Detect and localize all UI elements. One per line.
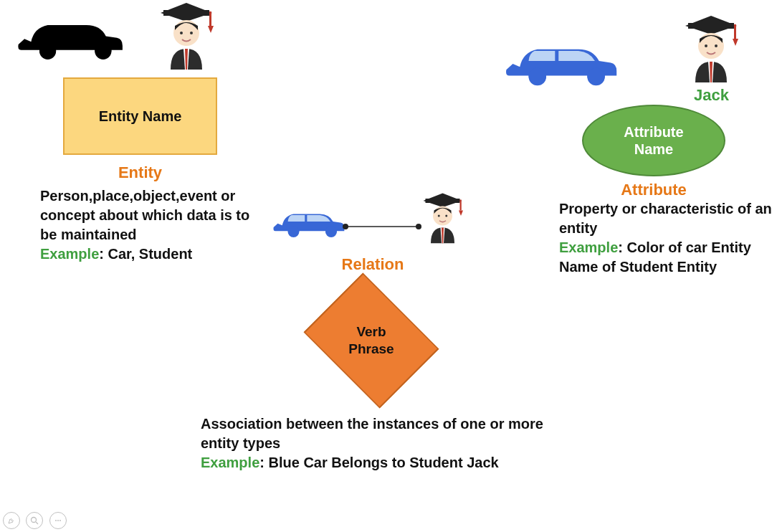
relation-description: Association between the instances of one…	[201, 416, 543, 451]
svg-rect-29	[734, 24, 736, 39]
svg-rect-18	[460, 200, 462, 211]
svg-point-36	[32, 518, 37, 523]
relation-line	[343, 219, 421, 234]
entity-box: Entity Name	[63, 77, 217, 155]
svg-point-14	[343, 224, 348, 229]
svg-point-7	[180, 32, 183, 34]
svg-point-12	[325, 226, 337, 237]
svg-point-25	[529, 68, 547, 86]
svg-point-22	[445, 215, 447, 217]
attribute-description-block: Property or characteristic of an entity …	[559, 199, 774, 277]
svg-point-8	[190, 32, 193, 34]
svg-marker-30	[733, 39, 738, 46]
attribute-description: Property or characteristic of an entity	[559, 201, 772, 236]
attribute-ellipse: Attribute Name	[582, 105, 725, 176]
student-icon-entity	[151, 1, 222, 76]
relation-heading: Relation	[315, 255, 430, 274]
entity-example-label: Example	[40, 246, 99, 262]
entity-description: Person,place,object,event or concept abo…	[40, 188, 249, 242]
svg-point-20	[433, 206, 452, 226]
svg-point-32	[705, 44, 707, 47]
attribute-name-example: Jack	[694, 86, 729, 105]
entity-description-block: Person,place,object,event or concept abo…	[40, 186, 262, 264]
entity-heading: Entity	[63, 163, 217, 182]
relation-example-text: : Blue Car Belongs to Student Jack	[259, 455, 498, 470]
svg-point-26	[587, 68, 605, 86]
svg-marker-19	[459, 211, 463, 217]
more-options-icon[interactable]	[49, 512, 67, 529]
svg-line-37	[36, 522, 38, 524]
car-icon-blue-relation	[271, 199, 346, 247]
svg-rect-4	[209, 11, 211, 26]
pen-tool-icon[interactable]	[3, 512, 20, 529]
relation-example-label: Example	[201, 455, 259, 470]
svg-point-11	[288, 226, 300, 237]
svg-point-0	[39, 43, 56, 60]
svg-point-39	[57, 520, 59, 521]
svg-point-38	[55, 520, 57, 521]
zoom-icon[interactable]	[26, 512, 43, 529]
car-icon-blue-attribute	[502, 29, 620, 96]
relation-diamond-label: Verb Phrase	[289, 287, 454, 394]
svg-point-21	[438, 215, 440, 217]
attribute-ellipse-label: Attribute Name	[624, 123, 683, 158]
student-icon-relation	[416, 192, 469, 249]
entity-example-text: : Car, Student	[99, 246, 192, 262]
svg-point-40	[59, 520, 61, 521]
relation-diamond: Verb Phrase	[289, 287, 454, 394]
svg-point-1	[95, 43, 111, 60]
svg-point-33	[715, 44, 718, 47]
svg-marker-28	[685, 16, 737, 34]
presentation-toolbar	[3, 512, 70, 529]
svg-marker-3	[161, 3, 212, 22]
attribute-example-label: Example	[559, 239, 618, 255]
student-icon-attribute	[675, 14, 747, 89]
svg-marker-5	[208, 26, 214, 33]
attribute-heading: Attribute	[582, 181, 725, 199]
svg-marker-17	[424, 194, 462, 208]
relation-description-block: Association between the instances of one…	[201, 414, 552, 472]
svg-point-6	[173, 20, 199, 46]
entity-box-label: Entity Name	[99, 108, 182, 125]
car-icon-black	[11, 6, 129, 70]
svg-point-31	[698, 33, 724, 59]
